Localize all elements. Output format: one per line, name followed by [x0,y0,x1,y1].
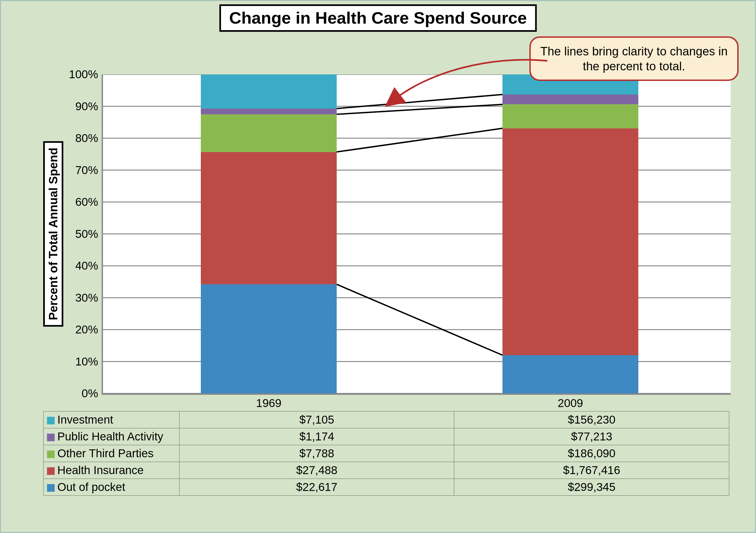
series-value-cell: $156,230 [454,411,729,428]
series-label-cell: Out of pocket [43,479,179,495]
table-row: Out of pocket$22,617$299,345 [43,479,729,495]
y-tick-label: 30% [75,292,98,304]
y-tick-label: 0% [82,387,98,400]
y-tick-label: 80% [75,132,98,145]
table-row: Investment$7,105$156,230 [43,411,729,428]
series-label-cell: Health Insurance [43,462,179,479]
y-tick-label: 20% [75,323,98,336]
series-value-cell: $7,788 [179,445,454,462]
y-tick-label: 70% [75,164,98,177]
series-label-cell: Other Third Parties [43,445,179,462]
legend-swatch-icon [47,484,55,492]
series-value-cell: $186,090 [454,445,729,462]
table-row: Other Third Parties$7,788$186,090 [43,445,729,462]
y-tick-label: 40% [75,259,98,272]
series-label-cell: Investment [43,411,179,428]
table-row: Public Health Activity$1,174$77,213 [43,428,729,445]
legend-swatch-icon [47,417,55,424]
x-category-label: 1969 [201,397,337,410]
data-table: Investment$7,105$156,230Public Health Ac… [43,411,729,496]
y-axis-title-text: Percent of Total Annual Spend [43,141,63,327]
legend-swatch-icon [47,467,55,475]
series-value-cell: $22,617 [179,479,454,495]
series-value-cell: $1,767,416 [454,462,729,479]
series-value-cell: $7,105 [179,411,454,428]
y-tick-label: 50% [75,228,98,241]
x-category-label: 2009 [502,397,638,410]
series-value-cell: $1,174 [179,428,454,445]
chart-frame: Change in Health Care Spend Source Perce… [0,0,756,533]
series-value-cell: $27,488 [179,462,454,479]
legend-swatch-icon [47,450,55,458]
annotation-callout: The lines bring clarity to changes in th… [529,37,739,81]
series-label-cell: Public Health Activity [43,428,179,445]
svg-line-12 [337,128,502,152]
connector-lines [103,74,731,393]
y-axis-title: Percent of Total Annual Spend [43,74,63,393]
y-tick-label: 10% [75,355,98,368]
series-value-cell: $299,345 [454,479,729,495]
svg-line-11 [337,284,502,355]
y-tick-label: 60% [75,195,98,209]
plot-area: 0%10%20%30%40%50%60%70%80%90%100% 196920… [102,74,731,395]
series-value-cell: $77,213 [454,428,729,445]
y-tick-label: 90% [75,100,98,113]
legend-swatch-icon [47,434,55,441]
annotation-text: The lines bring clarity to changes in th… [540,44,728,73]
table-row: Health Insurance$27,488$1,767,416 [43,462,729,479]
chart-title-text: Change in Health Care Spend Source [229,9,527,27]
chart-title: Change in Health Care Spend Source [219,4,537,32]
y-tick-label: 100% [69,68,98,81]
